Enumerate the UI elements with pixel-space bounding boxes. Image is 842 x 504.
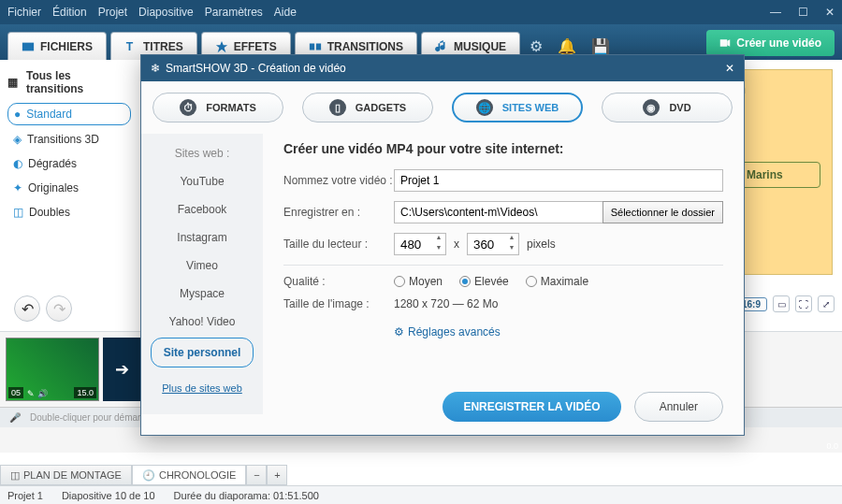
gear-icon: ⚙ [394, 325, 404, 338]
select-folder-button[interactable]: Sélectionner le dossier [602, 201, 723, 223]
label-quality: Qualité : [283, 275, 394, 288]
cat-gadgets[interactable]: ▯GADGETS [302, 93, 433, 122]
advanced-settings-link[interactable]: ⚙Réglages avancés [394, 325, 501, 338]
modal-titlebar: ❄SmartSHOW 3D - Création de vidéo ✕ [141, 55, 744, 81]
modal-close-icon[interactable]: ✕ [725, 62, 734, 75]
site-personal[interactable]: Site personnel [151, 338, 254, 367]
site-vimeo[interactable]: Vimeo [141, 252, 263, 280]
form-heading: Créer une vidéo MP4 pour votre site inte… [283, 141, 723, 156]
cat-dvd[interactable]: ◉DVD [602, 93, 733, 122]
save-video-button[interactable]: ENREGISTRER LA VIDÉO [443, 392, 620, 422]
sites-list: Sites web : YouTube Facebook Instagram V… [141, 134, 263, 414]
save-path-input[interactable] [394, 201, 603, 223]
video-name-input[interactable] [394, 169, 723, 192]
export-modal: ❄SmartSHOW 3D - Création de vidéo ✕ ⏱FOR… [140, 54, 745, 436]
site-youtube[interactable]: YouTube [141, 167, 263, 195]
app-icon: ❄ [151, 62, 160, 75]
site-facebook[interactable]: Facebook [141, 195, 263, 223]
cancel-button[interactable]: Annuler [634, 392, 723, 422]
sites-header: Sites web : [141, 139, 263, 167]
quality-high[interactable]: Elevée [459, 275, 509, 288]
label-name: Nommez votre vidéo : [283, 174, 394, 187]
quality-max[interactable]: Maximale [526, 275, 588, 288]
quality-medium[interactable]: Moyen [394, 275, 443, 288]
more-sites-link[interactable]: Plus de sites web [141, 369, 263, 394]
site-myspace[interactable]: Myspace [141, 280, 263, 308]
label-size: Taille du lecteur : [283, 238, 394, 251]
cat-formats[interactable]: ⏱FORMATS [152, 93, 283, 122]
label-imgsize: Taille de l'image : [283, 297, 394, 310]
site-yahoo[interactable]: Yahoo! Video [141, 308, 263, 336]
imgsize-value: 1280 x 720 — 62 Mo [394, 297, 498, 310]
cat-sites[interactable]: 🌐SITES WEB [452, 93, 583, 122]
label-save: Enregistrer en : [283, 206, 394, 219]
site-instagram[interactable]: Instagram [141, 223, 263, 252]
